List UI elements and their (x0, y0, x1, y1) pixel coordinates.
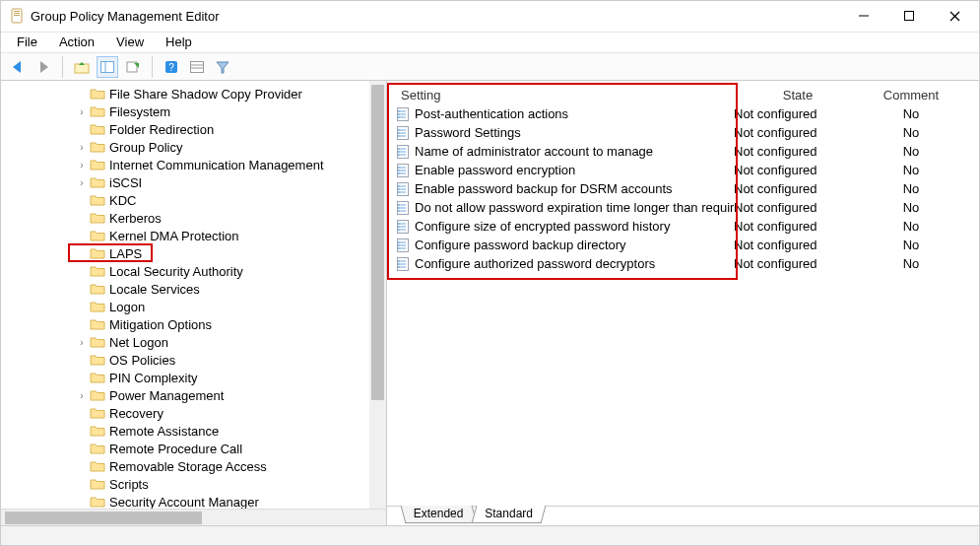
svg-rect-2 (14, 13, 20, 14)
tree-item[interactable]: Scripts (1, 475, 386, 493)
tree-item[interactable]: Kerberos (1, 209, 386, 227)
expander-icon[interactable]: › (76, 142, 88, 153)
tree-item[interactable]: ›iSCSI (1, 173, 386, 191)
menu-file[interactable]: File (7, 33, 47, 51)
setting-row[interactable]: Configure size of encrypted password his… (389, 217, 977, 236)
toolbar: ? (1, 53, 979, 81)
svg-point-42 (398, 154, 400, 156)
tree-item[interactable]: Recovery (1, 404, 386, 422)
setting-row[interactable]: Do not allow password expiration time lo… (389, 198, 977, 217)
tree-item[interactable]: Remote Assistance (1, 422, 386, 440)
setting-state: Not configured (734, 219, 862, 234)
menu-help[interactable]: Help (156, 33, 202, 51)
expander-icon[interactable]: › (76, 390, 88, 401)
properties-pane-icon[interactable] (97, 56, 118, 78)
svg-marker-8 (13, 61, 21, 73)
svg-point-70 (398, 229, 400, 231)
setting-comment: No (862, 106, 960, 121)
setting-row[interactable]: Configure password backup directoryNot c… (389, 236, 977, 254)
tree-item[interactable]: Locale Services (1, 280, 386, 298)
tree-item[interactable]: Folder Redirection (1, 120, 386, 138)
filter-icon[interactable] (212, 56, 233, 78)
setting-comment: No (862, 144, 960, 159)
setting-state: Not configured (734, 163, 862, 177)
tree-item[interactable]: KDC (1, 191, 386, 209)
tree-item[interactable]: ›Group Policy (1, 138, 386, 156)
setting-comment: No (862, 219, 960, 234)
column-setting[interactable]: Setting (389, 88, 734, 102)
tree-item-label: Power Management (109, 388, 224, 403)
setting-comment: No (862, 125, 960, 140)
tree-item-label: iSCSI (109, 175, 142, 190)
setting-row[interactable]: Post-authentication actionsNot configure… (389, 104, 977, 123)
expander-icon[interactable]: › (76, 160, 88, 171)
svg-point-48 (398, 170, 400, 171)
tree-item[interactable]: Mitigation Options (1, 315, 386, 333)
setting-row[interactable]: Enable password encryptionNot configured… (389, 161, 977, 179)
tab-standard[interactable]: Standard (471, 506, 546, 523)
menu-view[interactable]: View (106, 33, 154, 51)
folder-icon (90, 335, 105, 349)
export-icon[interactable] (122, 56, 144, 78)
svg-point-47 (398, 167, 400, 169)
tree-item[interactable]: LAPS (1, 244, 386, 262)
tree-item[interactable]: Kernel DMA Protection (1, 227, 386, 244)
setting-row[interactable]: Enable password backup for DSRM accounts… (389, 179, 977, 198)
maximize-button[interactable] (886, 1, 932, 31)
svg-point-63 (398, 210, 400, 212)
folder-icon (90, 193, 105, 207)
svg-rect-1 (14, 11, 20, 12)
svg-point-35 (398, 135, 400, 137)
tree-item[interactable]: OS Policies (1, 351, 386, 369)
app-window: Group Policy Management Editor File Acti… (0, 0, 980, 546)
tree-item[interactable]: Logon (1, 298, 386, 315)
menubar: File Action View Help (1, 33, 979, 54)
tree-item[interactable]: Remote Procedure Call (1, 440, 386, 457)
menu-action[interactable]: Action (49, 33, 104, 51)
tree-item[interactable]: Local Security Authority (1, 262, 386, 280)
expander-icon[interactable]: › (76, 177, 88, 188)
tree-item-label: Net Logon (109, 335, 168, 350)
policy-icon (395, 200, 411, 216)
tree-item[interactable]: PIN Complexity (1, 369, 386, 386)
vertical-scrollbar[interactable] (369, 81, 386, 509)
tree-item-label: Folder Redirection (109, 122, 214, 137)
tree-item[interactable]: File Share Shadow Copy Provider (1, 85, 386, 102)
folder-icon (90, 282, 105, 296)
setting-comment: No (862, 181, 960, 196)
tab-extended[interactable]: Extended (401, 506, 478, 523)
up-folder-icon[interactable] (71, 56, 93, 78)
close-button[interactable] (932, 1, 977, 31)
details-icon[interactable] (186, 56, 208, 78)
setting-name: Configure authorized password decryptors (415, 256, 655, 271)
tree-item-label: File Share Shadow Copy Provider (109, 87, 302, 102)
setting-row[interactable]: Password SettingsNot configuredNo (389, 123, 977, 142)
column-comment[interactable]: Comment (862, 88, 960, 102)
svg-point-82 (398, 260, 400, 262)
setting-state: Not configured (734, 144, 862, 159)
tree-item[interactable]: ›Filesystem (1, 102, 386, 120)
back-arrow-icon[interactable] (7, 56, 29, 78)
tree-item[interactable]: ›Net Logon (1, 333, 386, 351)
setting-state: Not configured (734, 256, 862, 271)
svg-rect-5 (905, 12, 914, 21)
help-icon[interactable]: ? (161, 56, 182, 78)
minimize-button[interactable] (841, 1, 886, 31)
setting-row[interactable]: Name of administrator account to manageN… (389, 142, 977, 161)
column-state[interactable]: State (734, 88, 862, 102)
expander-icon[interactable]: › (76, 106, 88, 117)
tree-item[interactable]: ›Internet Communication Management (1, 156, 386, 173)
horizontal-scrollbar[interactable] (1, 509, 386, 525)
setting-name: Configure password backup directory (415, 238, 626, 252)
tree-item-label: Logon (109, 300, 145, 314)
tree-item[interactable]: Security Account Manager (1, 493, 386, 509)
svg-point-69 (398, 226, 400, 228)
policy-icon (395, 256, 411, 272)
tree-item[interactable]: ›Power Management (1, 386, 386, 404)
svg-point-62 (398, 207, 400, 209)
forward-arrow-icon[interactable] (33, 56, 54, 78)
tree-item[interactable]: Removable Storage Access (1, 457, 386, 475)
expander-icon[interactable]: › (76, 337, 88, 348)
setting-row[interactable]: Configure authorized password decryptors… (389, 254, 977, 273)
svg-point-28 (398, 116, 400, 118)
